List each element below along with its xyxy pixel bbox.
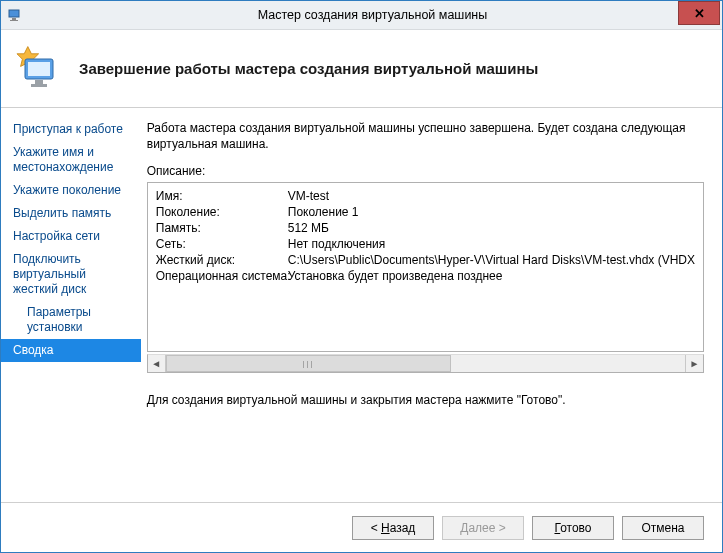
wizard-step-7[interactable]: Сводка — [1, 339, 141, 362]
svg-rect-6 — [35, 80, 43, 84]
wizard-step-2[interactable]: Укажите поколение — [1, 179, 141, 202]
summary-row: Жесткий диск:C:\Users\Public\Documents\H… — [156, 253, 695, 267]
scroll-track[interactable]: ||| — [166, 355, 685, 372]
summary-key: Жесткий диск: — [156, 253, 288, 267]
scroll-left-arrow[interactable]: ◄ — [148, 355, 166, 372]
description-label: Описание: — [147, 164, 704, 178]
wizard-footer: < Назад Далее > Готово Отмена — [1, 502, 722, 552]
summary-row: Память:512 МБ — [156, 221, 695, 235]
app-icon — [7, 7, 23, 23]
finish-button[interactable]: Готово — [532, 516, 614, 540]
wizard-step-0[interactable]: Приступая к работе — [1, 118, 141, 141]
svg-rect-0 — [9, 10, 19, 17]
close-icon: ✕ — [694, 7, 705, 20]
window-title: Мастер создания виртуальной машины — [23, 8, 722, 22]
summary-row: Сеть:Нет подключения — [156, 237, 695, 251]
svg-rect-5 — [28, 62, 50, 76]
svg-rect-7 — [31, 84, 47, 87]
wizard-steps-nav: Приступая к работеУкажите имя и местонах… — [1, 108, 141, 502]
close-button[interactable]: ✕ — [678, 1, 720, 25]
wizard-step-6[interactable]: Параметры установки — [1, 301, 141, 339]
summary-key: Операционная система: — [156, 269, 288, 283]
finish-hint: Для создания виртуальной машины и закрыт… — [147, 393, 704, 407]
wizard-step-5[interactable]: Подключить виртуальный жесткий диск — [1, 248, 141, 301]
summary-value: Установка будет произведена позднее — [288, 269, 695, 283]
summary-row: Операционная система:Установка будет про… — [156, 269, 695, 283]
summary-box: Имя:VM-testПоколение:Поколение 1Память:5… — [147, 182, 704, 352]
svg-rect-1 — [12, 18, 16, 20]
summary-value: Поколение 1 — [288, 205, 695, 219]
summary-value: VM-test — [288, 189, 695, 203]
summary-key: Имя: — [156, 189, 288, 203]
cancel-button[interactable]: Отмена — [622, 516, 704, 540]
summary-row: Поколение:Поколение 1 — [156, 205, 695, 219]
wizard-header: Завершение работы мастера создания вирту… — [1, 30, 722, 108]
summary-key: Память: — [156, 221, 288, 235]
summary-row: Имя:VM-test — [156, 189, 695, 203]
wizard-step-1[interactable]: Укажите имя и местонахождение — [1, 141, 141, 179]
wizard-window: Мастер создания виртуальной машины ✕ Зав… — [0, 0, 723, 553]
summary-horizontal-scrollbar[interactable]: ◄ ||| ► — [147, 354, 704, 373]
wizard-body: Приступая к работеУкажите имя и местонах… — [1, 108, 722, 502]
summary-key: Сеть: — [156, 237, 288, 251]
wizard-step-3[interactable]: Выделить память — [1, 202, 141, 225]
svg-rect-2 — [10, 20, 18, 21]
summary-value: C:\Users\Public\Documents\Hyper-V\Virtua… — [288, 253, 695, 267]
wizard-header-icon — [15, 45, 63, 93]
titlebar: Мастер создания виртуальной машины ✕ — [1, 1, 722, 30]
intro-text: Работа мастера создания виртуальной маши… — [147, 120, 704, 152]
page-title: Завершение работы мастера создания вирту… — [79, 60, 538, 77]
summary-key: Поколение: — [156, 205, 288, 219]
wizard-step-4[interactable]: Настройка сети — [1, 225, 141, 248]
back-button[interactable]: < Назад — [352, 516, 434, 540]
summary-value: 512 МБ — [288, 221, 695, 235]
wizard-content: Работа мастера создания виртуальной маши… — [141, 108, 722, 502]
next-button: Далее > — [442, 516, 524, 540]
scroll-thumb[interactable]: ||| — [166, 355, 452, 372]
summary-value: Нет подключения — [288, 237, 695, 251]
scroll-right-arrow[interactable]: ► — [685, 355, 703, 372]
